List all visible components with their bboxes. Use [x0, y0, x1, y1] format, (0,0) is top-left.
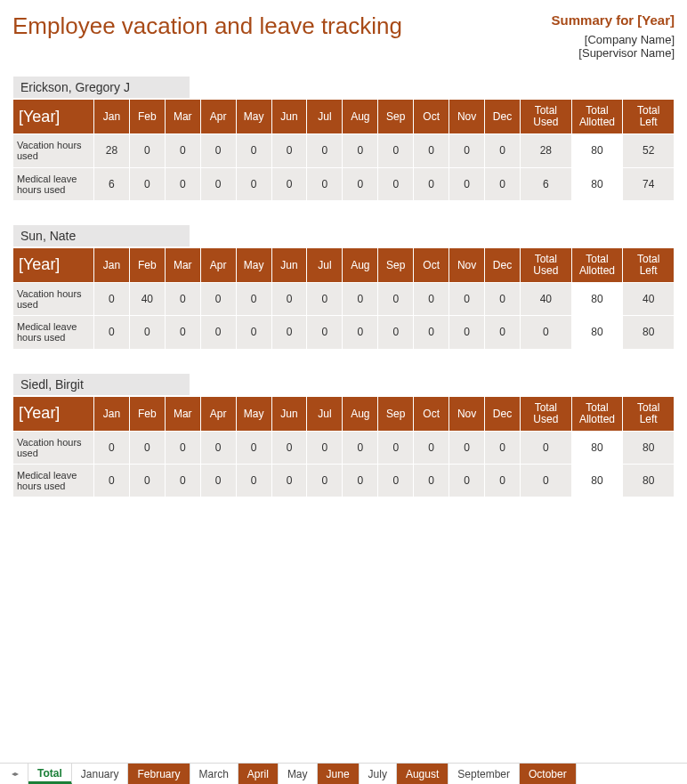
- sheet-tab-august[interactable]: August: [397, 764, 449, 784]
- month-cell[interactable]: 0: [343, 465, 378, 497]
- month-cell[interactable]: 0: [165, 431, 200, 464]
- month-cell[interactable]: 0: [200, 465, 236, 497]
- total-used-cell: 6: [520, 167, 571, 200]
- table-row: Medical leave hours used6000000000006807…: [13, 167, 675, 200]
- month-cell[interactable]: 0: [449, 134, 485, 167]
- month-cell[interactable]: 0: [307, 167, 343, 200]
- month-cell[interactable]: 0: [93, 283, 129, 316]
- month-cell[interactable]: 0: [236, 134, 271, 167]
- month-cell[interactable]: 0: [307, 431, 343, 464]
- leave-table: [Year]JanFebMarAprMayJunJulAugSepOctNovD…: [12, 99, 675, 201]
- month-cell[interactable]: 0: [271, 465, 307, 497]
- month-cell[interactable]: 0: [271, 134, 307, 167]
- month-cell[interactable]: 0: [93, 431, 129, 464]
- month-header: Oct: [414, 247, 449, 282]
- total-used-header: TotalUsed: [520, 396, 571, 431]
- month-header: Jun: [271, 247, 307, 282]
- month-cell[interactable]: 0: [129, 134, 165, 167]
- month-cell[interactable]: 0: [485, 167, 521, 200]
- month-cell[interactable]: 0: [307, 134, 343, 167]
- month-cell[interactable]: 0: [485, 431, 521, 464]
- month-cell[interactable]: 0: [93, 316, 129, 349]
- employee-list: Erickson, Gregory J[Year]JanFebMarAprMay…: [12, 76, 675, 497]
- month-cell[interactable]: 0: [414, 134, 449, 167]
- sheet-tab-may[interactable]: May: [279, 764, 318, 784]
- month-cell[interactable]: 0: [200, 167, 236, 200]
- month-cell[interactable]: 0: [271, 316, 307, 349]
- total-used-cell: 28: [520, 134, 571, 167]
- month-cell[interactable]: 0: [200, 316, 236, 349]
- month-cell[interactable]: 0: [343, 431, 378, 464]
- month-cell[interactable]: 0: [449, 431, 485, 464]
- month-cell[interactable]: 0: [343, 134, 378, 167]
- month-cell[interactable]: 0: [378, 167, 414, 200]
- month-cell[interactable]: 0: [449, 167, 485, 200]
- month-cell[interactable]: 0: [378, 283, 414, 316]
- sheet-tab-july[interactable]: July: [360, 764, 397, 784]
- month-cell[interactable]: 0: [200, 283, 236, 316]
- month-cell[interactable]: 0: [343, 167, 378, 200]
- month-cell[interactable]: 0: [165, 167, 200, 200]
- month-cell[interactable]: 0: [93, 465, 129, 497]
- month-cell[interactable]: 0: [343, 316, 378, 349]
- month-cell[interactable]: 0: [200, 134, 236, 167]
- month-cell[interactable]: 0: [414, 167, 449, 200]
- month-cell[interactable]: 0: [485, 134, 521, 167]
- month-cell[interactable]: 0: [485, 465, 521, 497]
- month-cell[interactable]: 0: [271, 431, 307, 464]
- total-left-cell: 80: [623, 465, 675, 497]
- month-cell[interactable]: 0: [307, 465, 343, 497]
- month-header: Apr: [200, 100, 236, 134]
- month-cell[interactable]: 0: [414, 316, 449, 349]
- sheet-tab-june[interactable]: June: [318, 764, 360, 784]
- month-cell[interactable]: 0: [449, 465, 485, 497]
- month-cell[interactable]: 0: [271, 283, 307, 316]
- month-cell[interactable]: 0: [165, 134, 200, 167]
- sheet-tab-april[interactable]: April: [238, 764, 279, 784]
- month-cell[interactable]: 0: [378, 431, 414, 464]
- month-cell[interactable]: 0: [165, 465, 200, 497]
- month-cell[interactable]: 0: [449, 316, 485, 349]
- month-cell[interactable]: 0: [485, 316, 521, 349]
- month-cell[interactable]: 0: [414, 431, 449, 464]
- month-cell[interactable]: 0: [307, 316, 343, 349]
- table-row: Medical leave hours used0000000000000808…: [13, 465, 675, 497]
- month-cell[interactable]: 0: [414, 465, 449, 497]
- tab-nav-arrows[interactable]: ◂ ▸: [2, 764, 28, 784]
- month-cell[interactable]: 0: [307, 283, 343, 316]
- month-cell[interactable]: 0: [378, 465, 414, 497]
- sheet-tab-february[interactable]: February: [128, 764, 190, 784]
- company-name: [Company Name]: [552, 33, 675, 46]
- month-cell[interactable]: 0: [165, 283, 200, 316]
- month-cell[interactable]: 0: [129, 316, 165, 349]
- month-cell[interactable]: 0: [129, 465, 165, 497]
- month-cell[interactable]: 0: [236, 316, 271, 349]
- sheet-tab-january[interactable]: January: [72, 764, 129, 784]
- sheet-tab-october[interactable]: October: [520, 764, 577, 784]
- sheet-tab-total[interactable]: Total: [28, 764, 72, 784]
- month-cell[interactable]: 0: [343, 283, 378, 316]
- month-cell[interactable]: 0: [378, 316, 414, 349]
- month-cell[interactable]: 0: [165, 316, 200, 349]
- month-cell[interactable]: 0: [129, 167, 165, 200]
- month-cell[interactable]: 28: [93, 134, 129, 167]
- table-row: Vacation hours used00000000000008080: [13, 431, 675, 464]
- month-cell[interactable]: 0: [200, 431, 236, 464]
- month-cell[interactable]: 6: [93, 167, 129, 200]
- sheet-tab-march[interactable]: March: [190, 764, 238, 784]
- total-left-header: TotalLeft: [623, 247, 675, 282]
- month-cell[interactable]: 0: [378, 134, 414, 167]
- month-cell[interactable]: 0: [236, 431, 271, 464]
- month-cell[interactable]: 0: [236, 167, 271, 200]
- month-cell[interactable]: 0: [449, 283, 485, 316]
- month-cell[interactable]: 0: [129, 431, 165, 464]
- month-cell[interactable]: 0: [485, 283, 521, 316]
- month-cell[interactable]: 40: [129, 283, 165, 316]
- sheet-tab-september[interactable]: September: [449, 764, 520, 784]
- month-cell[interactable]: 0: [414, 283, 449, 316]
- month-cell[interactable]: 0: [236, 283, 271, 316]
- month-header: Dec: [485, 396, 521, 431]
- month-cell[interactable]: 0: [236, 465, 271, 497]
- header: Employee vacation and leave tracking Sum…: [12, 12, 675, 60]
- month-cell[interactable]: 0: [271, 167, 307, 200]
